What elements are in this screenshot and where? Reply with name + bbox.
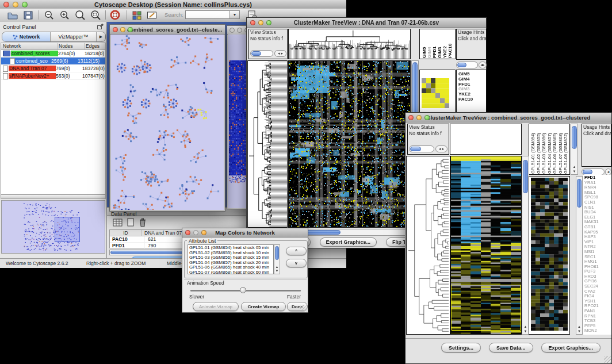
- resize-grip[interactable]: [300, 305, 307, 312]
- tv2-gene-label[interactable]: MON2: [584, 328, 611, 334]
- delete-attribute-icon[interactable]: [137, 217, 148, 228]
- minimize-button[interactable]: [416, 115, 422, 120]
- column-header-id[interactable]: ID: [110, 230, 142, 236]
- network-name[interactable]: DNA and Tran 07: [9, 66, 56, 71]
- close-button[interactable]: [3, 2, 9, 7]
- column-header-network[interactable]: Network: [1, 43, 58, 49]
- tv2-heatmap-panel[interactable]: [450, 156, 522, 335]
- network-list-row[interactable]: combined_sco2569(6)13112(15): [1, 58, 105, 65]
- tv2-status-scroll-arrows[interactable]: ◂ ▸: [435, 145, 447, 152]
- tv2-row-dendrogram[interactable]: [407, 156, 450, 334]
- network-overview-panel[interactable]: [1, 200, 105, 254]
- table-grid-icon[interactable]: [112, 218, 124, 228]
- attribute-scroll-up[interactable]: ▲: [274, 265, 280, 269]
- zoom-in-icon[interactable]: [59, 10, 71, 21]
- tv1-button-1[interactable]: Export Graphics...: [320, 237, 377, 247]
- resize-grip[interactable]: [604, 356, 611, 363]
- minimize-button[interactable]: [258, 20, 263, 25]
- close-button[interactable]: [185, 230, 190, 235]
- network-name[interactable]: combined_sco: [16, 58, 51, 64]
- tv2-column-label[interactable]: GPL51-08 (GSM872): [563, 124, 569, 174]
- tv2-column-label[interactable]: GPL51-03 (GSM856): [541, 124, 547, 174]
- search-dropdown-button[interactable]: ▼: [230, 10, 240, 19]
- tv2-button-1[interactable]: Save Data...: [489, 343, 533, 352]
- tv1-usage-scroll-arrows[interactable]: ◂▸: [479, 62, 487, 68]
- zoom-button[interactable]: [266, 20, 271, 25]
- tv2-column-label[interactable]: GPL51-06 (GSM865): [552, 124, 558, 174]
- minimize-button[interactable]: [120, 27, 125, 32]
- open-file-icon[interactable]: [7, 10, 18, 21]
- tab-overflow-button[interactable]: ▶: [97, 32, 105, 41]
- tv2-column-label[interactable]: GPL51-04 (GSM857): [547, 124, 553, 174]
- network-list-header[interactable]: Network Nodes Edges: [1, 43, 105, 50]
- minimize-button[interactable]: [193, 230, 198, 235]
- tv2-collabels-scrollbar[interactable]: ▲ ▼: [571, 124, 578, 175]
- tv2-column-tree-panel[interactable]: [450, 124, 522, 155]
- attribute-list[interactable]: GPL51-01 (GSM854) heat shock 05 minGPL51…: [188, 244, 274, 274]
- tv1-column-label[interactable]: GIM3: [437, 29, 442, 58]
- zoom-out-icon[interactable]: [44, 10, 56, 21]
- column-header-edges[interactable]: Edges: [85, 43, 105, 49]
- tv2-secondary-scroll-thumb[interactable]: [577, 179, 582, 208]
- new-attribute-icon[interactable]: [125, 217, 136, 228]
- tv2-button-0[interactable]: Settings...: [441, 343, 481, 352]
- panel-splitter[interactable]: [1, 194, 106, 199]
- column-header-nodes[interactable]: Nodes: [58, 43, 85, 49]
- main-titlebar[interactable]: Cytoscape Desktop (Session Name: collins…: [0, 0, 346, 9]
- tv1-column-label[interactable]: PFD1: [432, 29, 437, 58]
- tv1-mini-heatmap-canvas[interactable]: [422, 78, 449, 108]
- network-name[interactable]: combined_scores: [11, 51, 58, 56]
- close-button[interactable]: [408, 115, 414, 120]
- network-canvas[interactable]: [111, 35, 224, 210]
- tv1-usage-scroll-thumb[interactable]: [457, 63, 466, 67]
- tv2-secondary-scrollbar[interactable]: ▲ ▼: [576, 176, 583, 335]
- tv1-gene-label[interactable]: PAC10: [458, 97, 486, 102]
- tv2-gene-list-panel[interactable]: PFD1YRA1RNR4MSL1SPC98CLN1NIS1BUD4ELG1MAK…: [583, 175, 611, 335]
- treeview2-titlebar[interactable]: ClusterMaker TreeView : combined_scores_…: [406, 113, 611, 122]
- tv2-heatmap-selection[interactable]: [452, 285, 521, 331]
- zoom-fit-icon[interactable]: [90, 10, 103, 21]
- tv1-row-dendrogram[interactable]: [248, 61, 287, 227]
- network-list-row[interactable]: combined_scores2764(0)16218(0): [1, 50, 105, 58]
- tv2-secondary-down[interactable]: ▼: [576, 329, 582, 333]
- tv1-status-scroll-thumb[interactable]: [251, 51, 261, 56]
- tv1-status-scrollbar[interactable]: [250, 50, 273, 57]
- tv1-heatmap-panel[interactable]: [288, 60, 411, 228]
- minimize-button[interactable]: [237, 28, 242, 33]
- tv2-column-label[interactable]: GPL51-01 (GSM854): [530, 124, 536, 174]
- tv1-row-tree-panel[interactable]: [247, 60, 288, 228]
- tv1-usage-scrollbar[interactable]: [456, 62, 478, 68]
- network-frame-titlebar[interactable]: combined_scores_good.txt--cluste...: [110, 25, 225, 35]
- close-button[interactable]: [113, 27, 118, 32]
- tv2-button-2[interactable]: Export Graphics...: [541, 343, 601, 352]
- tv1-column-tree-panel[interactable]: [288, 29, 411, 59]
- tv2-status-scrollbar[interactable]: [409, 145, 434, 152]
- network-list-row[interactable]: DNA and Tran 07769(0)183728(0): [1, 65, 105, 72]
- tv1-column-label[interactable]: PAC10: [447, 29, 453, 58]
- attribute-scroll-down[interactable]: ▼: [274, 269, 280, 273]
- tv2-collabels-scroll-thumb[interactable]: [572, 126, 577, 149]
- network-overview-canvas[interactable]: [2, 201, 105, 253]
- move-up-button[interactable]: ^: [286, 247, 307, 255]
- search-input[interactable]: [185, 10, 230, 19]
- attribute-list-scrollbar[interactable]: ▲ ▼: [274, 244, 280, 274]
- move-down-button[interactable]: v: [286, 259, 307, 267]
- tv2-secondary-up[interactable]: ▲: [576, 325, 582, 328]
- tv2-vscroll-down[interactable]: ▼: [522, 329, 529, 333]
- tv1-status-scroll-arrows[interactable]: ◂ ▸: [274, 50, 286, 57]
- tv2-usage-scroll-thumb[interactable]: [583, 170, 592, 174]
- tv2-collabels-up[interactable]: ▲: [571, 165, 577, 168]
- network-list-row[interactable]: sRNAPuberNov2+563(0)107847(0): [1, 72, 105, 80]
- vizmapper-icon[interactable]: [131, 10, 143, 21]
- annotation-icon[interactable]: [146, 10, 158, 21]
- tv1-heatmap-canvas[interactable]: [289, 61, 410, 227]
- animation-speed-slider-thumb[interactable]: [240, 287, 246, 293]
- tv1-column-labels-panel[interactable]: GIM5GIM4PFD1GIM3YKE2PAC10: [419, 29, 456, 59]
- zoom-button[interactable]: [424, 115, 430, 120]
- tv2-secondary-heatmap-canvas[interactable]: [531, 178, 568, 331]
- help-lifering-icon[interactable]: [109, 9, 121, 21]
- tv2-column-label[interactable]: GPL51-07 (GSM868): [558, 124, 564, 174]
- tv2-column-label[interactable]: GPL51-02 (GSM855): [536, 124, 542, 174]
- attribute-scroll-thumb[interactable]: [275, 246, 279, 260]
- close-button[interactable]: [250, 20, 255, 25]
